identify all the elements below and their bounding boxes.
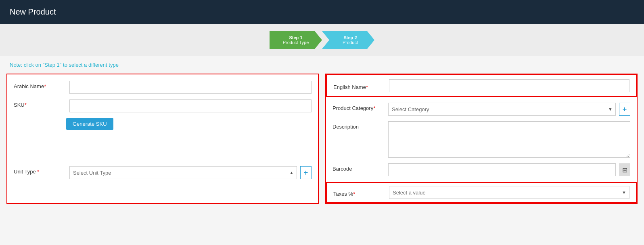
- sku-row: SKU*: [14, 99, 312, 112]
- taxes-select[interactable]: Select a value: [389, 186, 629, 199]
- description-label: Description: [332, 121, 385, 130]
- product-category-row: Product Category* Select Category ▼ +: [332, 103, 630, 116]
- step-2[interactable]: Step 2 Product: [322, 31, 374, 49]
- step-2-label-bottom: Product: [343, 40, 358, 45]
- sku-input[interactable]: [69, 99, 312, 112]
- right-panel: English Name* Product Category* Select C…: [325, 74, 638, 204]
- step-1-label-bottom: Product Type: [283, 40, 309, 45]
- step-2-label-top: Step 2: [343, 35, 357, 40]
- steps-bar: Step 1 Product Type Step 2 Product: [0, 24, 644, 56]
- english-name-row: English Name*: [326, 74, 637, 97]
- unit-type-select-wrapper: Select Unit Type ▲: [69, 166, 297, 179]
- sku-label: SKU*: [14, 99, 66, 108]
- arabic-name-row: Arabic Name*: [14, 81, 312, 94]
- note-text: Note: click on "Step 1" to select a diff…: [0, 56, 644, 74]
- taxes-row: Taxes %* Select a value ▼: [326, 182, 637, 203]
- unit-type-select[interactable]: Select Unit Type: [69, 166, 297, 179]
- step-1[interactable]: Step 1 Product Type: [270, 31, 322, 49]
- barcode-scan-icon: ⊞: [619, 163, 630, 176]
- taxes-label: Taxes %*: [333, 188, 386, 197]
- barcode-row: Barcode ⊞: [332, 163, 630, 176]
- product-category-label: Product Category*: [332, 103, 385, 111]
- barcode-label: Barcode: [332, 163, 385, 172]
- barcode-input[interactable]: [388, 163, 616, 176]
- taxes-select-wrapper: Select a value ▼: [389, 186, 629, 199]
- unit-type-row: Unit Type * Select Unit Type ▲ +: [14, 166, 312, 179]
- english-name-input[interactable]: [389, 79, 629, 92]
- add-category-button[interactable]: +: [619, 103, 630, 116]
- add-unit-type-button[interactable]: +: [300, 166, 312, 179]
- arabic-name-label: Arabic Name*: [14, 81, 66, 89]
- page-title: New Product: [10, 7, 56, 16]
- english-name-label: English Name*: [333, 82, 386, 90]
- description-row: Description: [332, 121, 630, 158]
- spacer: [14, 134, 312, 166]
- page-header: New Product: [0, 0, 644, 24]
- category-select-wrapper: Select Category ▼: [388, 103, 616, 116]
- category-select[interactable]: Select Category: [388, 103, 616, 116]
- unit-type-label: Unit Type *: [14, 166, 66, 175]
- main-content: Arabic Name* SKU* Generate SKU Unit Type…: [0, 74, 644, 210]
- generate-sku-button[interactable]: Generate SKU: [66, 118, 113, 130]
- description-input[interactable]: [388, 121, 630, 158]
- step-1-label-top: Step 1: [289, 35, 302, 40]
- arabic-name-input[interactable]: [69, 81, 312, 94]
- left-panel: Arabic Name* SKU* Generate SKU Unit Type…: [6, 74, 319, 204]
